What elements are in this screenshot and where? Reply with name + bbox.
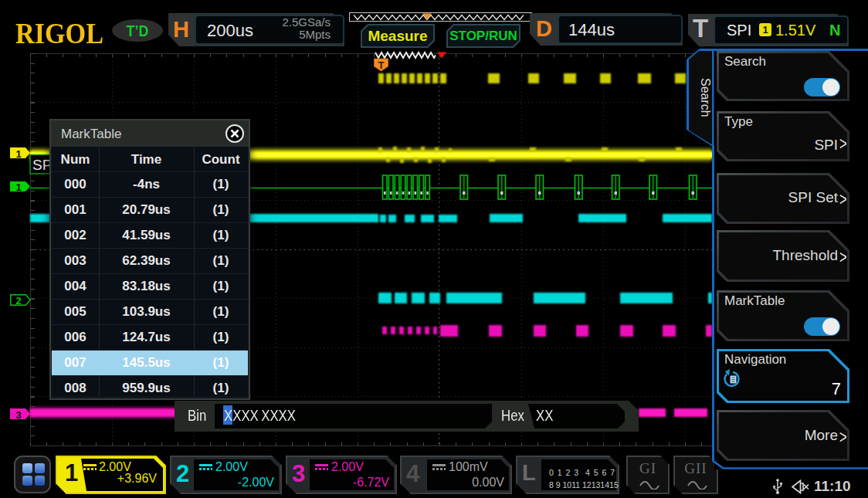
svg-text:1: 1 bbox=[15, 148, 21, 160]
svg-text:3: 3 bbox=[15, 409, 21, 421]
svg-text:T: T bbox=[378, 59, 385, 71]
svg-text:1: 1 bbox=[15, 181, 21, 193]
svg-text:2: 2 bbox=[15, 295, 21, 307]
